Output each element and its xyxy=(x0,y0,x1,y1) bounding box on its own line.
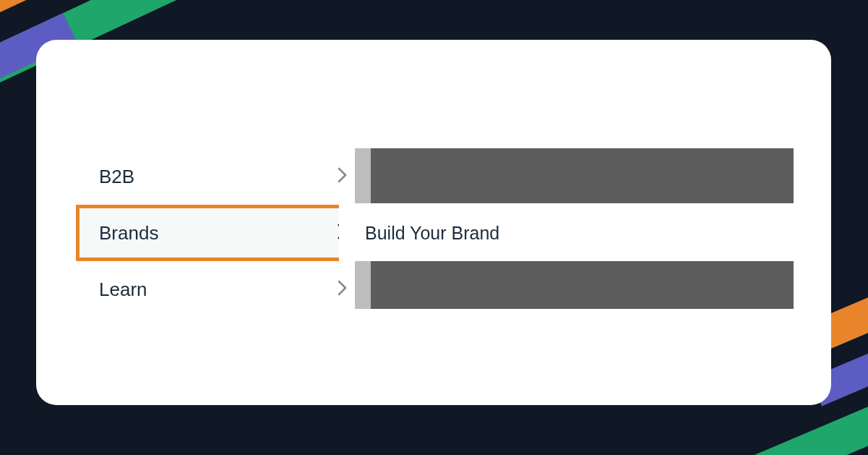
submenu-placeholder xyxy=(371,148,794,203)
submenu-placeholder xyxy=(371,261,794,309)
submenu-item-build-your-brand[interactable]: Build Your Brand xyxy=(339,205,762,261)
menu-item-b2b[interactable]: B2B xyxy=(76,148,365,205)
menu-item-label: Brands xyxy=(99,222,158,244)
submenu-tab xyxy=(355,148,371,203)
menu-item-label: Learn xyxy=(99,278,147,301)
menu-item-brands[interactable]: Brands xyxy=(76,205,365,261)
menu-container: B2B Brands Learn Build Your Brand xyxy=(76,148,791,318)
chevron-right-icon xyxy=(338,167,348,187)
menu-item-learn[interactable]: Learn xyxy=(76,261,365,318)
submenu-item-label: Build Your Brand xyxy=(365,223,499,244)
menu-item-label: B2B xyxy=(99,166,134,188)
chevron-right-icon xyxy=(338,280,348,299)
content-card: B2B Brands Learn Build Your Brand xyxy=(36,40,831,405)
submenu-tab xyxy=(355,261,371,309)
submenu-panel: Build Your Brand xyxy=(371,148,794,309)
